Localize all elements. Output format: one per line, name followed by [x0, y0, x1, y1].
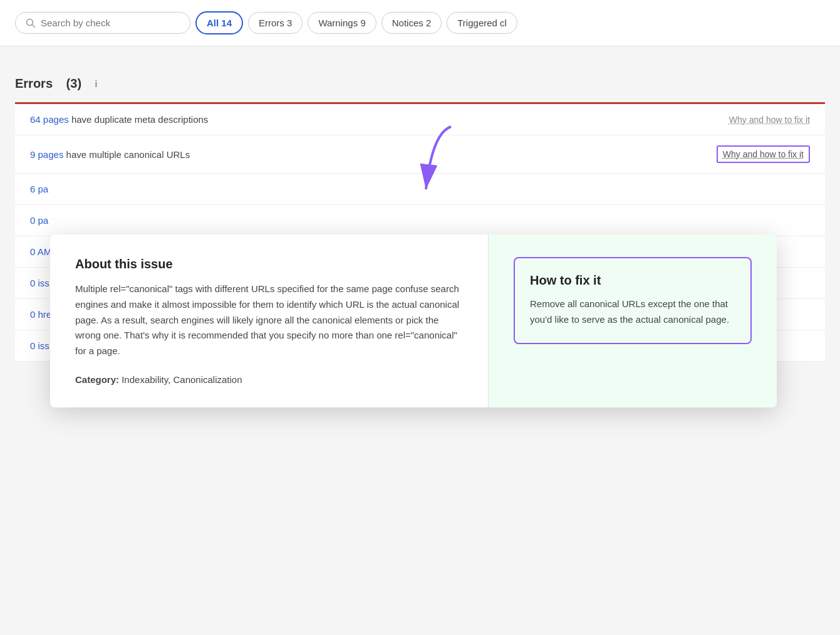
info-icon[interactable]: i: [95, 79, 98, 89]
issue-link-6[interactable]: 0 iss: [30, 278, 49, 288]
fix-box-title: How to fix it: [530, 273, 735, 288]
issue-link-5[interactable]: 0 AM: [30, 246, 51, 257]
main-content: Errors (3) i 64 pages have duplicate met…: [0, 46, 840, 362]
search-input[interactable]: [41, 18, 180, 28]
popup-right-panel: How to fix it Remove all canonical URLs …: [489, 234, 777, 407]
fix-box-body: Remove all canonical URLs except the one…: [530, 297, 735, 328]
search-icon: [26, 18, 36, 28]
tab-notices[interactable]: Notices 2: [381, 12, 442, 34]
tab-errors[interactable]: Errors 3: [248, 12, 303, 34]
issue-link-2[interactable]: 9 pages: [30, 149, 63, 160]
tab-triggered[interactable]: Triggered cl: [447, 12, 517, 34]
issue-row-3: 6 pa: [15, 174, 825, 205]
popup-about-title: About this issue: [75, 257, 463, 271]
issue-row-canonical-urls: 9 pages have multiple canonical URLs Why…: [15, 135, 825, 174]
popup-left-panel: About this issue Multiple rel="canonical…: [50, 234, 489, 407]
tab-all[interactable]: All 14: [195, 11, 243, 34]
search-box[interactable]: [15, 12, 190, 34]
issue-link-8[interactable]: 0 iss: [30, 340, 49, 351]
popup-modal: About this issue Multiple rel="canonical…: [50, 234, 777, 407]
issue-link-3[interactable]: 6 pa: [30, 184, 48, 194]
why-fix-link-1[interactable]: Why and how to fix it: [729, 115, 810, 125]
fix-box: How to fix it Remove all canonical URLs …: [514, 257, 752, 344]
popup-about-body: Multiple rel="canonical" tags with diffe…: [75, 281, 463, 359]
svg-line-1: [33, 24, 35, 27]
issue-row-4: 0 pa: [15, 205, 825, 236]
issue-row-duplicate-meta: 64 pages have duplicate meta description…: [15, 104, 825, 135]
toolbar: All 14 Errors 3 Warnings 9 Notices 2 Tri…: [0, 0, 840, 46]
section-title: Errors (3) i: [15, 76, 98, 91]
tab-warnings[interactable]: Warnings 9: [308, 12, 376, 34]
issue-link-7[interactable]: 0 hre: [30, 309, 51, 320]
popup-category: Category: Indexability, Canonicalization: [75, 374, 463, 385]
why-fix-link-2[interactable]: Why and how to fix it: [717, 145, 810, 163]
issue-link-4[interactable]: 0 pa: [30, 215, 48, 226]
issue-link-1[interactable]: 64 pages: [30, 114, 69, 125]
